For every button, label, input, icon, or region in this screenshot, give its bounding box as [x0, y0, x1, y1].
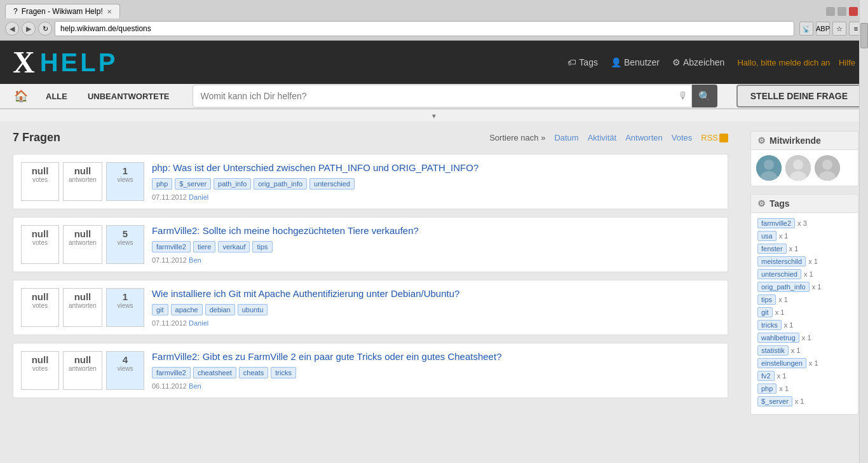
bookmark-btn[interactable]: ☆ [832, 22, 846, 36]
refresh-button[interactable]: ↻ [38, 22, 52, 36]
question-author[interactable]: Ben [189, 256, 201, 264]
question-tags: php$_serverpath_infoorig_path_infounters… [152, 178, 720, 190]
avatar-1 [756, 155, 782, 181]
question-title[interactable]: FarmVille2: Gibt es zu FarmVille 2 ein p… [152, 351, 502, 362]
question-author[interactable]: Ben [189, 382, 201, 390]
sidebar-tag-item: tips x 1 [757, 294, 851, 305]
mitwirkende-section: ⚙ Mitwirkende [750, 131, 858, 186]
browser-tab[interactable]: ? Fragen - Wikiwam Help! ✕ [5, 4, 120, 18]
questions-list: null votes null antworten 1 views php: W… [13, 154, 728, 398]
tag[interactable]: farmville2 [152, 367, 191, 378]
antworten-value: null [69, 165, 97, 176]
nav-home[interactable]: 🏠 [6, 84, 36, 108]
contributors-list [751, 150, 858, 186]
nav-abzeichen-link[interactable]: ⚙ Abzeichen [672, 57, 724, 67]
sort-aktivitaet[interactable]: Aktivität [584, 132, 621, 144]
tags-icon: ⚙ [757, 198, 766, 209]
sidebar-tag-count: x 1 [809, 359, 818, 367]
sidebar-tag-name[interactable]: statistik [757, 345, 789, 356]
question-author[interactable]: Daniel [189, 319, 208, 327]
tag[interactable]: ubuntu [238, 304, 268, 315]
nav-unbeantwortete[interactable]: UNBEANTWORTETE [78, 85, 180, 107]
sidebar-tag-item: fv2 x 1 [757, 371, 851, 381]
question-item: null votes null antworten 4 views FarmVi… [13, 343, 728, 398]
nav-tags-link[interactable]: 🏷 Tags [567, 57, 598, 67]
tag[interactable]: debian [205, 304, 235, 315]
nav-arrow-icon: ▼ [431, 113, 437, 120]
views-box: 4 views [106, 351, 144, 390]
mic-icon: 🎙 [678, 90, 688, 102]
tag[interactable]: apache [171, 304, 203, 315]
sidebar: ⚙ Mitwirkende [741, 121, 868, 432]
views-value: 1 [112, 291, 139, 302]
sort-antworten[interactable]: Antworten [621, 132, 667, 144]
hilfe-link[interactable]: Hilfe [839, 58, 855, 67]
votes-label: votes [27, 239, 53, 246]
tag[interactable]: git [152, 304, 168, 315]
question-author[interactable]: Daniel [189, 193, 208, 201]
back-button[interactable]: ◀ [5, 22, 19, 36]
votes-label: votes [27, 302, 53, 309]
tag[interactable]: cheats [239, 367, 268, 378]
question-title[interactable]: Wie installiere ich Git mit Apache Authe… [152, 288, 459, 299]
rss-action-btn[interactable]: 📡 [799, 22, 813, 36]
tag[interactable]: $_server [175, 178, 211, 190]
sidebar-tag-count: x 1 [778, 296, 788, 303]
tag[interactable]: verkauf [218, 241, 250, 252]
scrollbar-thumb[interactable] [860, 23, 868, 48]
maximize-btn[interactable] [837, 7, 846, 16]
tag[interactable]: tricks [271, 367, 296, 378]
minimize-btn[interactable] [826, 7, 835, 16]
tag[interactable]: orig_path_info [254, 178, 307, 190]
sort-links: Datum Aktivität Antworten Votes RSS [550, 132, 728, 144]
sidebar-tag-item: meisterschild x 1 [757, 256, 851, 266]
question-tags: farmville2tiereverkauftips [152, 241, 720, 252]
sidebar-tag-name[interactable]: orig_path_info [757, 282, 810, 292]
sort-votes[interactable]: Votes [668, 132, 696, 144]
sidebar-tag-name[interactable]: tips [757, 294, 776, 305]
search-input[interactable] [193, 85, 692, 107]
address-bar[interactable] [55, 21, 794, 36]
tag[interactable]: unterschied [309, 178, 355, 190]
sidebar-tag-name[interactable]: einstellungen [757, 358, 806, 368]
close-btn[interactable] [849, 7, 858, 16]
views-box: 5 views [106, 225, 144, 264]
nav-alle[interactable]: ALLE [36, 85, 78, 107]
question-title[interactable]: php: Was ist der Unterschied zwischen PA… [152, 162, 478, 173]
sort-datum[interactable]: Datum [550, 132, 582, 144]
tag[interactable]: tips [252, 241, 272, 252]
nav-benutzer-link[interactable]: 👤 Benutzer [611, 57, 660, 67]
sidebar-tag-name[interactable]: $_server [757, 396, 792, 406]
sidebar-tag-name[interactable]: fv2 [757, 371, 775, 381]
sidebar-tag-name[interactable]: farmville2 [757, 218, 795, 228]
sidebar-tag-name[interactable]: fenster [757, 244, 787, 254]
search-button[interactable]: 🔍 [692, 85, 717, 107]
sidebar-tag-name[interactable]: git [757, 307, 773, 317]
svg-point-7 [822, 160, 832, 170]
tag[interactable]: path_info [214, 178, 251, 190]
scrollbar[interactable] [859, 0, 868, 432]
views-label: views [112, 302, 139, 309]
tag[interactable]: tiere [193, 241, 215, 252]
forward-button[interactable]: ▶ [22, 22, 36, 36]
tab-close-btn[interactable]: ✕ [107, 8, 112, 15]
views-label: views [112, 239, 139, 246]
tag[interactable]: farmville2 [152, 241, 191, 252]
sidebar-tag-name[interactable]: php [757, 384, 776, 394]
sidebar-tag-name[interactable]: tricks [757, 320, 782, 330]
sidebar-tag-name[interactable]: usa [757, 231, 776, 241]
adblock-btn[interactable]: ABP [816, 22, 830, 36]
sidebar-tag-name[interactable]: wahlbetrug [757, 333, 799, 343]
question-item: null votes null antworten 1 views Wie in… [13, 280, 728, 335]
header-right: Hallo, bitte melde dich an Hilfe [737, 58, 855, 67]
question-body: php: Was ist der Unterschied zwischen PA… [152, 162, 720, 201]
tag[interactable]: php [152, 178, 172, 190]
sidebar-tag-name[interactable]: meisterschild [757, 256, 806, 266]
sidebar-tag-item: $_server x 1 [757, 396, 851, 406]
nav-bar: 🏠 ALLE UNBEANTWORTETE 🎙 🔍 STELLE DEINE F… [0, 84, 868, 109]
ask-question-button[interactable]: STELLE DEINE FRAGE [736, 85, 862, 107]
sidebar-tag-name[interactable]: unterschied [757, 269, 801, 279]
question-title[interactable]: FarmVille2: Sollte ich meine hochgezücht… [152, 225, 419, 236]
rss-link[interactable]: RSS [701, 133, 728, 142]
tag[interactable]: cheatsheet [193, 367, 236, 378]
